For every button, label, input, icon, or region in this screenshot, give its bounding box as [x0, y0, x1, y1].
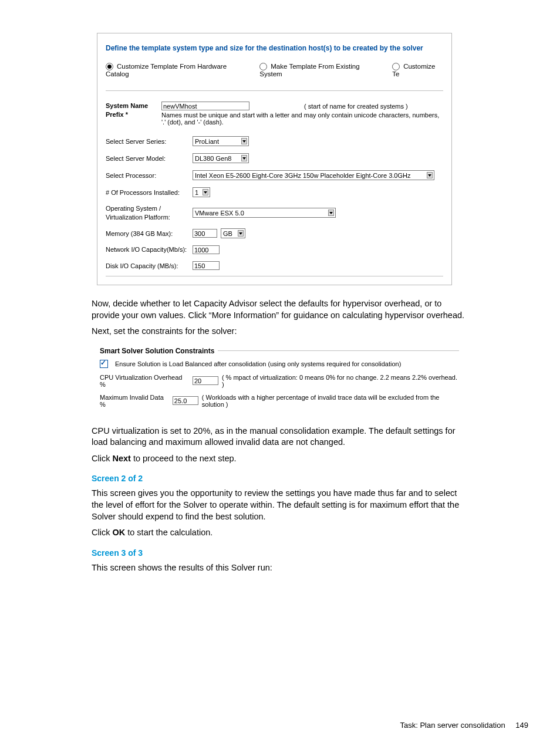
page-footer: Task: Plan server consolidation 149 [400, 721, 528, 730]
series-label: Select Server Series: [106, 138, 193, 145]
para-results: This screen shows the results of this So… [92, 562, 467, 574]
solver-constraints-panel: Smart Solver Solution Constraints Ensure… [92, 345, 467, 414]
os-select[interactable]: VMware ESX 5.0 [193, 208, 336, 218]
radio-option-catalog[interactable]: Customize Template From Hardware Catalog [106, 63, 249, 77]
template-source-radios: Customize Template From Hardware Catalog… [106, 63, 443, 77]
netio-label: Network I/O Capacity(Mb/s): [106, 245, 193, 254]
processor-select[interactable]: Intel Xeon E5-2600 Eight-Core 3GHz 150w … [193, 170, 434, 180]
radio-option-customize[interactable]: Customize Te [392, 63, 443, 77]
select-value: VMware ESX 5.0 [195, 210, 244, 217]
heading-screen-2: Screen 2 of 2 [92, 474, 467, 483]
memory-unit-select[interactable]: GB [221, 228, 245, 238]
title-divider [218, 350, 459, 351]
nproc-label: # Of Processors Installed: [106, 188, 193, 197]
netio-input[interactable] [193, 245, 220, 254]
page-number: 149 [515, 721, 528, 730]
processor-label: Select Processor: [106, 172, 193, 179]
max-invalid-label: Maximum Invalid Data % [100, 394, 169, 408]
para-hypervisor-overhead: Now, decide whether to let Capacity Advi… [92, 298, 467, 321]
select-value: DL380 Gen8 [195, 155, 231, 162]
nproc-select[interactable]: 1 [193, 187, 210, 197]
max-invalid-input[interactable] [173, 396, 198, 405]
cpu-overhead-hint: ( % mpact of virtualization: 0 means 0% … [222, 374, 459, 388]
max-invalid-hint: ( Workloads with a higher percentage of … [202, 394, 459, 408]
cpu-overhead-label: CPU Virtualization Overhead % [100, 374, 189, 388]
system-name-row: System Name Prefix * ( start of name for… [106, 102, 443, 126]
system-name-input[interactable] [161, 102, 249, 110]
para-click-next: Click Next to proceed to the next step. [92, 453, 467, 465]
para-cpu-virtualization: CPU virtualization is set to 20%, as in … [92, 426, 467, 448]
constraints-title: Smart Solver Solution Constraints [100, 347, 214, 355]
series-select[interactable]: ProLiant [193, 136, 249, 146]
radio-icon [259, 63, 267, 70]
radio-option-existing[interactable]: Make Template From Existing System [259, 63, 382, 77]
system-name-hint: ( start of name for created systems ) [304, 103, 408, 110]
select-value: 1 [195, 189, 198, 196]
footer-task-label: Task: Plan server consolidation [400, 721, 505, 730]
model-select[interactable]: DL380 Gen8 [193, 153, 249, 163]
diskio-input[interactable] [193, 261, 220, 270]
memory-label: Memory (384 GB Max): [106, 230, 193, 237]
radio-icon [392, 63, 400, 70]
select-value: Intel Xeon E5-2600 Eight-Core 3GHz 150w … [195, 172, 410, 179]
panel-title: Define the template system type and size… [106, 44, 443, 52]
para-review-settings: This screen gives you the opportunity to… [92, 488, 467, 522]
select-value: GB [223, 230, 232, 237]
load-balanced-checkbox[interactable] [100, 360, 108, 368]
load-balanced-label: Ensure Solution is Load Balanced after c… [115, 360, 401, 367]
os-label: Operating System / Virtualization Platfo… [106, 204, 193, 221]
system-name-label: System Name Prefix * [106, 102, 161, 119]
radio-icon [106, 63, 113, 70]
system-name-help: Names must be unique and start with a le… [161, 112, 443, 126]
radio-label: Make Template From Existing System [259, 63, 359, 77]
para-set-constraints: Next, set the constraints for the solver… [92, 326, 467, 337]
constraints-title-row: Smart Solver Solution Constraints [100, 347, 459, 355]
select-value: ProLiant [195, 138, 219, 145]
diskio-label: Disk I/O Capacity (MB/s): [106, 262, 193, 269]
heading-screen-3: Screen 3 of 3 [92, 548, 467, 558]
model-label: Select Server Model: [106, 155, 193, 162]
cpu-overhead-input[interactable] [193, 376, 218, 385]
radio-label: Customize Template From Hardware Catalog [106, 63, 227, 77]
template-definition-panel: Define the template system type and size… [97, 33, 452, 285]
memory-input[interactable] [193, 229, 217, 238]
para-click-ok: Click OK to start the calculation. [92, 527, 467, 539]
